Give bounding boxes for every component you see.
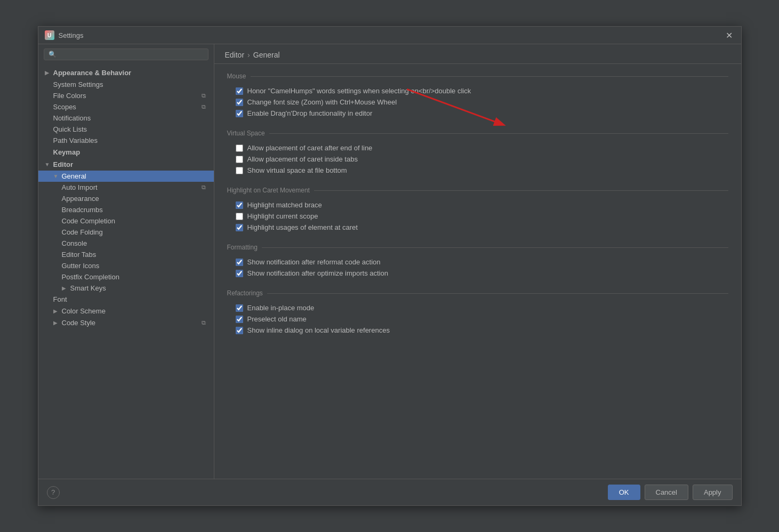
highlight-usages-label: Highlight usages of element at caret — [247, 223, 358, 231]
expand-arrow-icon: ▶ — [53, 320, 60, 326]
sidebar-item-editor-tabs[interactable]: Editor Tabs — [38, 249, 214, 260]
search-box[interactable]: 🔍 — [44, 49, 208, 60]
change-font-label: Change font size (Zoom) with Ctrl+Mouse … — [247, 98, 397, 106]
sidebar-item-code-completion[interactable]: Code Completion — [38, 215, 214, 227]
copy-icon: ⧉ — [200, 319, 207, 327]
refactorings-section: Refactorings Enable in-place mode Presel… — [227, 289, 728, 336]
enable-inplace-label: Enable in-place mode — [247, 304, 315, 312]
sidebar-item-auto-import[interactable]: Auto Import ⧉ — [38, 182, 214, 193]
checkbox-highlight-usages: Highlight usages of element at caret — [227, 222, 728, 233]
sidebar-item-keymap[interactable]: ▶ Keymap — [38, 146, 214, 158]
footer: ? OK Cancel Apply — [38, 479, 741, 505]
show-reformat-label: Show notification after reformat code ac… — [247, 258, 381, 266]
preselect-old-checkbox[interactable] — [236, 316, 243, 323]
formatting-section: Formatting Show notification after refor… — [227, 244, 728, 279]
sidebar-item-label: Code Style — [62, 319, 96, 327]
dialog-title: Settings — [59, 31, 84, 39]
sidebar-item-font[interactable]: Font — [38, 294, 214, 305]
breadcrumb-separator: › — [247, 51, 250, 59]
sidebar-item-label: Color Scheme — [62, 307, 106, 315]
sidebar-item-label: General — [62, 172, 86, 180]
copy-icon: ⧉ — [200, 103, 207, 111]
sidebar-item-code-style[interactable]: ▶ Code Style ⧉ — [38, 317, 214, 328]
sidebar-item-label: Auto Import — [62, 183, 98, 191]
sidebar-item-scopes[interactable]: Scopes ⧉ — [38, 101, 214, 112]
titlebar-left: U Settings — [45, 30, 84, 40]
help-button[interactable]: ? — [47, 486, 60, 499]
cancel-button[interactable]: Cancel — [645, 485, 688, 500]
highlight-section-title: Highlight on Caret Movement — [227, 187, 728, 194]
sidebar: 🔍 ▶ Appearance & Behavior System Setting… — [38, 44, 214, 479]
titlebar: U Settings ✕ — [38, 27, 741, 44]
checkbox-honor-camel: Honor "CamelHumps" words settings when s… — [227, 85, 728, 96]
mouse-section: Mouse Honor "CamelHumps" words settings … — [227, 72, 728, 119]
sidebar-item-label: Quick Lists — [53, 125, 87, 133]
sidebar-item-editor[interactable]: ▼ Editor — [38, 158, 214, 171]
sidebar-item-gutter-icons[interactable]: Gutter Icons — [38, 260, 214, 271]
close-button[interactable]: ✕ — [724, 30, 735, 41]
sidebar-item-label: Postfix Completion — [62, 273, 119, 281]
expand-arrow-icon: ▼ — [53, 173, 60, 179]
settings-dialog: U Settings ✕ 🔍 ▶ Appearance & Behavior S… — [38, 26, 742, 506]
checkbox-enable-drag: Enable Drag'n'Drop functionality in edit… — [227, 108, 728, 119]
change-font-checkbox[interactable] — [236, 99, 243, 106]
sidebar-item-breadcrumbs[interactable]: Breadcrumbs — [38, 204, 214, 215]
sidebar-item-system-settings[interactable]: System Settings — [38, 79, 214, 90]
expand-arrow-icon: ▶ — [62, 285, 68, 291]
breadcrumb-part2: General — [253, 51, 280, 59]
sidebar-item-smart-keys[interactable]: ▶ Smart Keys — [38, 283, 214, 294]
show-virtual-checkbox[interactable] — [236, 167, 243, 174]
sidebar-item-color-scheme[interactable]: ▶ Color Scheme — [38, 305, 214, 317]
highlight-scope-checkbox[interactable] — [236, 213, 243, 220]
sidebar-item-label: Keymap — [53, 148, 81, 156]
virtual-space-section-title: Virtual Space — [227, 130, 728, 137]
panel-header: Editor › General — [214, 44, 741, 64]
show-inline-label: Show inline dialog on local variable ref… — [247, 326, 390, 334]
highlight-usages-checkbox[interactable] — [236, 224, 243, 231]
sidebar-item-label: Console — [62, 239, 87, 247]
checkbox-show-virtual: Show virtual space at file bottom — [227, 165, 728, 176]
allow-caret-tabs-checkbox[interactable] — [236, 156, 243, 163]
sidebar-item-appearance[interactable]: Appearance — [38, 193, 214, 204]
highlight-brace-checkbox[interactable] — [236, 201, 243, 209]
sidebar-item-label: Appearance — [62, 195, 99, 203]
sidebar-item-postfix-completion[interactable]: Postfix Completion — [38, 271, 214, 283]
sidebar-item-label: Editor — [53, 160, 74, 168]
dialog-content: 🔍 ▶ Appearance & Behavior System Setting… — [38, 44, 741, 479]
sidebar-item-label: Font — [53, 295, 67, 303]
show-optimize-label: Show notification after optimize imports… — [247, 269, 388, 277]
allow-caret-end-checkbox[interactable] — [236, 144, 243, 152]
show-inline-checkbox[interactable] — [236, 327, 243, 334]
enable-inplace-checkbox[interactable] — [236, 304, 243, 312]
honor-camel-checkbox[interactable] — [236, 87, 243, 95]
apply-button[interactable]: Apply — [693, 485, 733, 500]
sidebar-item-label: System Settings — [53, 80, 103, 88]
sidebar-item-notifications[interactable]: Notifications — [38, 112, 214, 124]
sidebar-item-quick-lists[interactable]: Quick Lists — [38, 124, 214, 135]
expand-arrow-icon: ▶ — [53, 308, 60, 314]
show-optimize-checkbox[interactable] — [236, 270, 243, 277]
allow-caret-tabs-label: Allow placement of caret inside tabs — [247, 155, 358, 163]
expand-arrow-icon: ▶ — [45, 70, 51, 76]
sidebar-item-label: Breadcrumbs — [62, 206, 103, 214]
checkbox-highlight-brace: Highlight matched brace — [227, 199, 728, 211]
checkbox-allow-caret-tabs: Allow placement of caret inside tabs — [227, 154, 728, 165]
highlight-section: Highlight on Caret Movement Highlight ma… — [227, 187, 728, 233]
search-input[interactable] — [60, 51, 204, 58]
sidebar-item-label: Smart Keys — [70, 284, 106, 292]
sidebar-item-appearance-behavior[interactable]: ▶ Appearance & Behavior — [38, 67, 214, 79]
sidebar-item-file-colors[interactable]: File Colors ⧉ — [38, 90, 214, 101]
honor-camel-label: Honor "CamelHumps" words settings when s… — [247, 87, 471, 95]
sidebar-item-path-variables[interactable]: Path Variables — [38, 135, 214, 146]
checkbox-show-reformat: Show notification after reformat code ac… — [227, 256, 728, 268]
sidebar-item-code-folding[interactable]: Code Folding — [38, 227, 214, 238]
ok-button[interactable]: OK — [608, 485, 640, 500]
sidebar-item-console[interactable]: Console — [38, 238, 214, 249]
show-reformat-checkbox[interactable] — [236, 259, 243, 266]
enable-drag-checkbox[interactable] — [236, 110, 243, 117]
checkbox-preselect-old: Preselect old name — [227, 313, 728, 325]
sidebar-item-general[interactable]: ▼ General — [38, 171, 214, 182]
copy-icon: ⧉ — [200, 184, 207, 191]
footer-buttons: OK Cancel Apply — [608, 485, 733, 500]
virtual-space-section: Virtual Space Allow placement of caret a… — [227, 130, 728, 176]
